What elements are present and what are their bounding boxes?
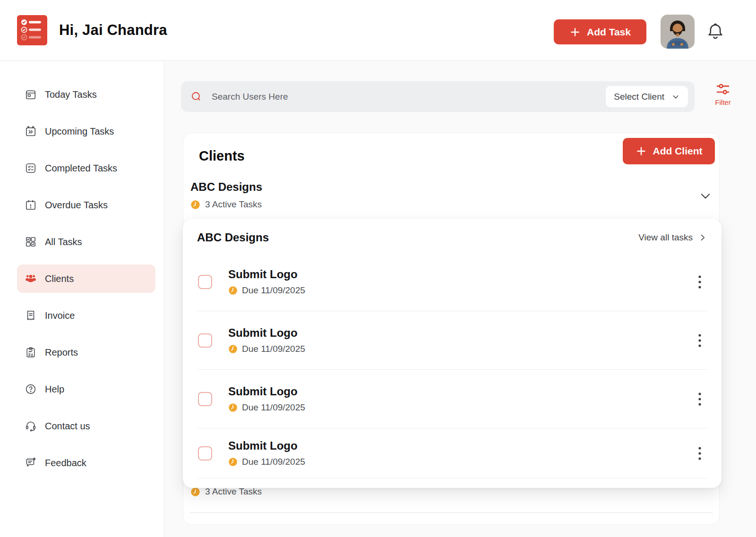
clipboard-chart-icon xyxy=(25,346,37,358)
clock-icon xyxy=(228,457,238,467)
task-text: Submit Logo Due 11/09/2025 xyxy=(228,385,305,413)
sidebar-item-today-tasks[interactable]: Today Tasks xyxy=(17,80,155,109)
task-checkbox[interactable] xyxy=(198,446,212,460)
headset-icon xyxy=(25,420,37,432)
sidebar-item-label: Clients xyxy=(45,273,74,284)
plus-icon xyxy=(636,145,647,157)
task-menu-kebab-icon[interactable] xyxy=(694,272,705,292)
sidebar-item-upcoming-tasks[interactable]: Upcoming Tasks xyxy=(17,117,155,145)
task-checkbox[interactable] xyxy=(198,392,212,406)
plus-icon xyxy=(569,26,581,38)
clock-icon xyxy=(190,487,200,497)
add-client-label: Add Client xyxy=(653,145,703,157)
sidebar-item-contact-us[interactable]: Contact us xyxy=(17,412,155,440)
chevron-right-icon xyxy=(698,233,707,242)
help-circle-icon xyxy=(25,383,37,395)
task-text: Submit Logo Due 11/09/2025 xyxy=(228,268,305,296)
clock-icon xyxy=(228,344,238,354)
main-content: Select Client Filter Clients Add Client xyxy=(164,61,756,537)
search-bar: Select Client xyxy=(181,81,695,112)
active-tasks-label: 3 Active Tasks xyxy=(205,486,262,497)
sidebar-item-label: Completed Tasks xyxy=(45,163,117,174)
grid-tasks-icon xyxy=(25,236,37,248)
checklist-icon xyxy=(25,162,37,174)
task-text: Submit Logo Due 11/09/2025 xyxy=(228,439,305,467)
sidebar: Today Tasks Upcoming Tasks Completed Tas… xyxy=(0,61,164,537)
task-due-label: Due 11/09/2025 xyxy=(242,285,305,296)
task-due-label: Due 11/09/2025 xyxy=(242,402,305,413)
sidebar-item-label: Help xyxy=(45,384,64,395)
app-header: Hi, Jai Chandra Add Task xyxy=(0,0,756,61)
sidebar-item-feedback[interactable]: Feedback xyxy=(17,449,155,477)
page-title: Hi, Jai Chandra xyxy=(59,0,167,60)
task-row: Submit Logo Due 11/09/2025 xyxy=(197,253,707,311)
task-menu-kebab-icon[interactable] xyxy=(694,389,705,409)
task-list: Submit Logo Due 11/09/2025 Submit Logo xyxy=(197,253,707,478)
search-icon xyxy=(190,90,203,103)
task-title: Submit Logo xyxy=(228,326,305,340)
client-row-subtitle: 3 Active Tasks xyxy=(190,199,262,210)
sidebar-item-label: Feedback xyxy=(45,458,86,469)
calendar-alert-icon xyxy=(25,199,37,211)
client-expand-chevron-icon[interactable] xyxy=(698,189,713,203)
filter-button[interactable]: Filter xyxy=(706,82,740,106)
calendar-today-icon xyxy=(25,88,37,101)
select-client-label: Select Client xyxy=(614,92,664,102)
user-avatar[interactable] xyxy=(661,15,695,49)
sidebar-item-help[interactable]: Help xyxy=(17,375,155,403)
clock-icon xyxy=(228,286,238,295)
task-menu-kebab-icon[interactable] xyxy=(694,330,705,351)
expanded-client-card: ABC Designs View all tasks Submit Logo xyxy=(183,219,722,488)
filter-label: Filter xyxy=(715,98,730,106)
chevron-down-icon xyxy=(671,93,680,101)
expanded-client-name: ABC Designs xyxy=(197,231,269,244)
sidebar-item-clients[interactable]: Clients xyxy=(17,264,155,293)
expanded-card-header: ABC Designs View all tasks xyxy=(197,219,707,244)
task-title: Submit Logo xyxy=(228,268,305,281)
task-checkbox[interactable] xyxy=(198,275,212,289)
filter-sliders-icon xyxy=(715,82,730,96)
sidebar-item-label: Reports xyxy=(45,347,78,358)
sidebar-item-all-tasks[interactable]: All Tasks xyxy=(17,228,155,256)
sidebar-item-invoice[interactable]: Invoice xyxy=(17,301,155,330)
divider xyxy=(189,512,713,513)
task-row: Submit Logo Due 11/09/2025 xyxy=(197,428,707,478)
task-row: Submit Logo Due 11/09/2025 xyxy=(197,370,707,428)
sidebar-item-reports[interactable]: Reports xyxy=(17,338,155,367)
sidebar-item-completed-tasks[interactable]: Completed Tasks xyxy=(17,154,155,182)
task-text: Submit Logo Due 11/09/2025 xyxy=(228,326,305,354)
calendar-upcoming-icon xyxy=(25,125,37,137)
clients-panel-title: Clients xyxy=(199,148,245,164)
add-task-label: Add Task xyxy=(587,26,631,38)
sidebar-item-label: Upcoming Tasks xyxy=(45,126,114,137)
task-due: Due 11/09/2025 xyxy=(228,285,305,296)
client-row-subtitle: 3 Active Tasks xyxy=(190,486,262,497)
active-tasks-label: 3 Active Tasks xyxy=(205,199,262,210)
notifications-bell-icon[interactable] xyxy=(705,21,726,42)
sidebar-item-label: Today Tasks xyxy=(45,89,97,100)
add-task-button[interactable]: Add Task xyxy=(554,19,646,44)
task-due-label: Due 11/09/2025 xyxy=(242,457,305,467)
task-due-label: Due 11/09/2025 xyxy=(242,344,305,354)
clock-icon xyxy=(228,403,238,412)
receipt-icon xyxy=(25,309,37,322)
people-icon xyxy=(25,273,37,285)
task-checkbox[interactable] xyxy=(198,333,212,348)
select-client-dropdown[interactable]: Select Client xyxy=(606,86,688,107)
task-row: Submit Logo Due 11/09/2025 xyxy=(197,311,707,370)
add-client-button[interactable]: Add Client xyxy=(623,138,715,164)
sidebar-item-label: Invoice xyxy=(45,310,75,321)
task-due: Due 11/09/2025 xyxy=(228,457,305,467)
client-row-name[interactable]: ABC Designs xyxy=(190,180,262,194)
sidebar-item-label: All Tasks xyxy=(45,237,82,247)
sidebar-item-label: Contact us xyxy=(45,421,90,432)
task-due: Due 11/09/2025 xyxy=(228,344,305,354)
view-all-tasks-link[interactable]: View all tasks xyxy=(638,232,707,243)
sidebar-item-overdue-tasks[interactable]: Overdue Tasks xyxy=(17,191,155,219)
task-menu-kebab-icon[interactable] xyxy=(694,443,705,464)
sidebar-item-label: Overdue Tasks xyxy=(45,200,108,211)
feedback-bubble-icon xyxy=(25,457,37,469)
clock-icon xyxy=(190,200,200,210)
view-all-tasks-label: View all tasks xyxy=(638,232,693,243)
app-logo-icon xyxy=(17,15,47,45)
